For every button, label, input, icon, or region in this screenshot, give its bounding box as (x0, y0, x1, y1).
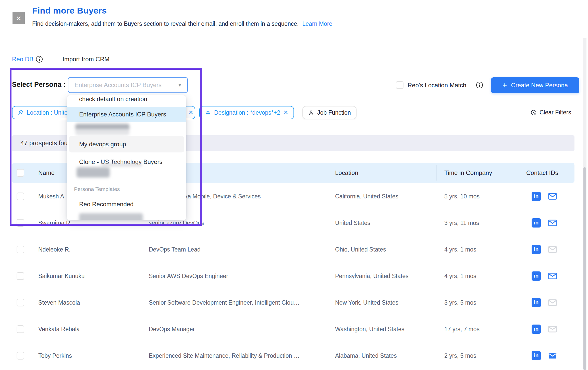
chevron-down-icon: ▾ (178, 82, 181, 88)
email-icon-disabled (548, 324, 557, 334)
row-checkbox[interactable] (17, 246, 24, 253)
table-row: Toby Perkins Experienced Site Maintenanc… (12, 342, 574, 369)
column-header-name: Name (38, 169, 55, 176)
prospect-name: Swarnima R. (38, 220, 72, 226)
redacted-dropdown-item (79, 213, 143, 220)
email-icon-disabled (548, 298, 557, 307)
info-icon[interactable] (36, 56, 43, 63)
close-button[interactable]: ✕ (13, 12, 25, 24)
prospect-time-in-company: 2 yrs, 5 mos (444, 352, 476, 359)
prospect-time-in-company: 4 yrs, 1 mos (444, 273, 476, 280)
email-icon[interactable] (548, 351, 557, 361)
prospect-designation: senior azure DevOps (149, 220, 204, 226)
scrollbar-thumb[interactable] (583, 167, 586, 370)
row-checkbox[interactable] (17, 325, 24, 333)
subtitle-text: Find decision-makers, add them to Buyers… (32, 20, 299, 27)
row-checkbox[interactable] (17, 193, 24, 200)
linkedin-icon[interactable]: in (532, 218, 541, 228)
column-header-location: Location (335, 169, 358, 176)
column-header-contact-ids: Contact IDs (526, 169, 558, 176)
redacted-dropdown-item (101, 164, 142, 166)
tab-reo-db-label: Reo DB (12, 56, 33, 63)
linkedin-icon[interactable]: in (532, 245, 541, 254)
row-checkbox[interactable] (17, 352, 24, 360)
modal-header: ✕ Find more Buyers Find decision-makers,… (0, 0, 588, 37)
prospect-location: Alabama, United States (335, 352, 397, 359)
prospect-designation: DevOps Manager (149, 326, 195, 333)
tab-import-label: Import from CRM (63, 56, 109, 63)
column-divider (436, 165, 437, 181)
linkedin-icon[interactable]: in (532, 351, 541, 360)
table-row: Saikumar Kunuku Senior AWS DevOps Engine… (12, 263, 574, 290)
column-divider (519, 165, 519, 181)
pin-icon (18, 110, 24, 116)
clear-filters-icon (530, 109, 537, 116)
email-icon[interactable] (548, 218, 557, 228)
location-match-checkbox[interactable] (396, 81, 403, 89)
column-header-time-in-company: Time in Company (444, 169, 492, 176)
linkedin-icon[interactable]: in (532, 298, 541, 307)
prospect-name: Saikumar Kunuku (38, 273, 85, 280)
crown-icon (205, 110, 211, 116)
remove-filter-icon[interactable]: ✕ (188, 109, 193, 116)
email-icon[interactable] (548, 192, 557, 201)
column-divider (327, 165, 327, 181)
person-icon (308, 110, 314, 116)
table-row: Steven Mascola Senior Software Developme… (12, 289, 574, 316)
clear-filters-button[interactable]: Clear Filters (530, 109, 571, 116)
prospect-designation: Experienced Site Maintenance, Reliabilit… (149, 352, 300, 359)
linkedin-icon[interactable]: in (532, 325, 541, 334)
redacted-dropdown-item (75, 124, 129, 135)
prospect-designation: DevOps Team Lead (149, 246, 201, 253)
plus-icon: + (503, 81, 507, 89)
select-persona-label: Select Persona : (12, 81, 66, 89)
clear-filters-label: Clear Filters (540, 109, 571, 116)
prospect-location: Ohio, United States (335, 246, 386, 253)
create-new-persona-label: Create New Persona (511, 82, 568, 89)
email-icon-disabled (548, 245, 557, 254)
email-icon[interactable] (548, 271, 557, 281)
prospect-location: Pennsylvania, United States (335, 273, 409, 280)
row-checkbox[interactable] (17, 272, 24, 280)
results-count: 47 prospects found (20, 139, 75, 147)
remove-filter-icon[interactable]: ✕ (283, 109, 288, 116)
prospect-time-in-company: 3 yrs, 5 mos (444, 299, 476, 306)
row-checkbox[interactable] (17, 219, 24, 227)
linkedin-icon[interactable]: in (532, 192, 541, 201)
prospect-name: Venkata Rebala (38, 326, 80, 333)
prospect-name: Ndeleoke R. (38, 246, 71, 253)
table-row: Ndeleoke R. DevOps Team Lead Ohio, Unite… (12, 236, 574, 263)
prospect-time-in-company: 3 yrs, 11 mos (444, 220, 479, 226)
info-icon[interactable] (476, 82, 483, 88)
prospect-designation: Senior AWS DevOps Engineer (149, 273, 228, 280)
row-checkbox[interactable] (17, 299, 24, 306)
filter-chip-job-function[interactable]: Job Function (302, 106, 357, 119)
location-match-label: Reo's Location Match (408, 82, 466, 89)
prospect-location: New York, United States (335, 299, 398, 306)
table-row: Venkata Rebala DevOps Manager Washington… (12, 316, 574, 343)
prospect-location: United States (335, 220, 370, 226)
tab-reo-db[interactable]: Reo DB (12, 56, 43, 63)
dropdown-item[interactable]: check default on creation (67, 95, 186, 106)
prospect-location: Washington, United States (335, 326, 404, 333)
page-subtitle: Find decision-makers, add them to Buyers… (32, 20, 332, 27)
prospect-name: Steven Mascola (38, 299, 80, 306)
filter-chip-job-function-label: Job Function (317, 109, 351, 116)
filter-chip-designation-label: Designation : *devops*+2 (214, 109, 280, 116)
create-new-persona-button[interactable]: + Create New Persona (491, 77, 579, 93)
filter-chip-designation[interactable]: Designation : *devops*+2 ✕ (199, 106, 294, 119)
dropdown-item[interactable]: Reo Recommended (67, 197, 186, 212)
tab-import-from-crm[interactable]: Import from CRM (63, 56, 109, 63)
select-all-checkbox[interactable] (17, 169, 24, 177)
page-title: Find more Buyers (32, 6, 107, 16)
persona-select-value: Enterprise Accounts ICP Buyers (75, 81, 178, 89)
dropdown-item[interactable]: My devops group (69, 136, 184, 152)
prospect-designation: Senior Software Development Engineer, In… (149, 299, 300, 306)
persona-select[interactable]: Enterprise Accounts ICP Buyers ▾ (68, 77, 188, 93)
prospect-time-in-company: 4 yrs, 1 mos (444, 246, 476, 253)
dropdown-section-label: Persona Templates (74, 184, 120, 194)
prospect-time-in-company: 5 yrs, 10 mos (444, 193, 480, 200)
linkedin-icon[interactable]: in (532, 271, 541, 281)
learn-more-link[interactable]: Learn More (302, 20, 332, 27)
dropdown-item-selected[interactable]: Enterprise Accounts ICP Buyers (67, 107, 186, 122)
